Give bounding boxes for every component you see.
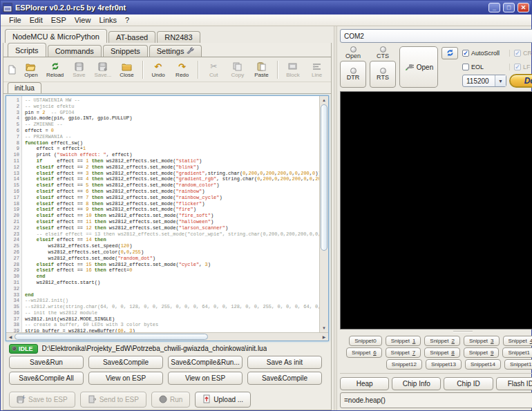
autoscroll-checkbox[interactable]: AutoScroll — [462, 50, 506, 57]
code-line: -- create a buffer, 60 LEDs with 3 color… — [25, 322, 319, 328]
snippet14-button[interactable]: Snippet14 — [465, 359, 501, 370]
snippet12-button[interactable]: Snippet12 — [386, 359, 422, 370]
command-input[interactable] — [341, 393, 532, 408]
send-to-esp-button[interactable]: Send to ESP — [80, 392, 146, 408]
run-button[interactable]: Run — [151, 392, 190, 408]
cts-led-icon — [380, 46, 386, 52]
save-button[interactable]: Save — [68, 61, 91, 78]
subtab-commands[interactable]: Commands — [48, 45, 102, 57]
maximize-button[interactable]: □ — [503, 3, 515, 12]
editor-vertical-scrollbar[interactable]: ▲ ▼ — [319, 96, 328, 332]
editor-horizontal-scrollbar[interactable]: ◀ ▶ — [6, 332, 328, 341]
chevron-down-icon[interactable]: ▼ — [495, 75, 506, 86]
button-label: Save As init — [267, 359, 303, 366]
save-compile-button[interactable]: Save&Compile — [88, 356, 163, 369]
minimize-button[interactable]: _ — [488, 3, 500, 12]
save-run-button[interactable]: Save&Run — [9, 356, 84, 369]
menu-esp[interactable]: ESP — [47, 15, 70, 25]
save-compile-button[interactable]: Save&Compile — [247, 372, 322, 385]
snippet6-button[interactable]: Snippet6 — [346, 347, 382, 358]
code-editor[interactable]: 1234567891011121314151617181920212223242… — [6, 95, 329, 341]
lf-checkbox[interactable]: LF — [509, 64, 532, 70]
close-button[interactable]: Close — [115, 61, 138, 78]
undo-button[interactable]: ↶Undo — [147, 61, 170, 78]
redo-button[interactable]: ↷Redo — [171, 61, 193, 78]
code-line: ws2812_effects.set_speed(120) — [25, 243, 319, 249]
upload-button[interactable]: Upload ... — [195, 392, 251, 408]
serial-open-button[interactable]: Open — [399, 46, 438, 88]
subtab-snippets[interactable]: Snippets — [103, 45, 148, 57]
cts-indicator: CTS — [370, 46, 396, 59]
reload-button[interactable]: Reload — [44, 61, 66, 78]
donate-button[interactable]: Donate — [509, 74, 532, 88]
wrench-icon — [186, 46, 194, 56]
scroll-thumb[interactable] — [321, 104, 327, 251]
subtab-scripts[interactable]: Scripts — [8, 43, 46, 57]
view-on-esp-button[interactable]: View on ESP — [88, 372, 163, 385]
baud-rate-select[interactable]: 115200 ▼ — [462, 75, 506, 87]
snippet4-button[interactable]: Snippet4 — [503, 336, 532, 346]
cr-checkbox[interactable]: CR — [509, 50, 532, 57]
serial-terminal[interactable]: ▲ ▼ — [340, 91, 532, 329]
cut-button[interactable]: ✂Cut — [202, 61, 225, 78]
button-label: Save&Compile All — [19, 374, 73, 382]
code-area[interactable]: -- USTAWIENIA HW ---- wejscie efektupin … — [22, 96, 319, 332]
menu-edit[interactable]: Edit — [26, 15, 47, 25]
snippet2-button[interactable]: Snippet2 — [424, 336, 460, 346]
subtab-settings[interactable]: Settings — [149, 45, 202, 57]
menu-file[interactable]: File — [5, 15, 26, 25]
code-line: end — [25, 274, 319, 280]
file-tab-init-lua[interactable]: init.lua — [8, 82, 41, 93]
tab-at-based[interactable]: AT-based — [108, 31, 155, 43]
view-on-esp-button[interactable]: View on ESP — [168, 372, 243, 385]
toolbar-separator — [142, 61, 143, 79]
eol-checkbox[interactable]: EOL — [462, 64, 506, 70]
dtr-button[interactable]: DTR — [340, 61, 366, 88]
snippet3-button[interactable]: Snippet3 — [464, 336, 500, 346]
chip-info-button[interactable]: Chip Info — [392, 377, 441, 390]
menu-view[interactable]: View — [70, 15, 95, 25]
snippet13-button[interactable]: Snippet13 — [426, 359, 462, 370]
snippet7-button[interactable]: Snippet7 — [386, 347, 421, 358]
tab-nodemcu-micropython[interactable]: NodeMCU & MicroPython — [5, 29, 107, 43]
close-button[interactable]: ✕ — [517, 3, 529, 12]
open-button[interactable]: Open — [20, 61, 43, 78]
save-button[interactable]: Save... — [92, 61, 115, 78]
dtr-led-icon — [350, 68, 357, 74]
line-button[interactable]: Line — [305, 61, 328, 78]
save-as-init-button[interactable]: Save As init — [247, 356, 322, 369]
tab-rn2483[interactable]: RN2483 — [157, 31, 200, 43]
paste-button[interactable]: Paste — [250, 61, 273, 78]
save-to-esp-button[interactable]: Save to ESP — [9, 392, 75, 408]
flash-id-button[interactable]: Flash ID — [496, 377, 532, 390]
menu-item[interactable]: ? — [121, 15, 133, 25]
code-line: print ("switch effect: ", effect) — [25, 152, 319, 158]
rts-button[interactable]: RTS — [370, 61, 396, 88]
save-compile-run-button[interactable]: Save&Compile&Run... — [168, 356, 243, 369]
snippet15-button[interactable]: Snippet15 — [504, 359, 532, 370]
save-compile-all-button[interactable]: Save&Compile All — [9, 372, 84, 385]
code-line: elseif effect == 15 then ws2812_effects.… — [25, 262, 319, 268]
snippet10-button[interactable]: Snippet10 — [502, 347, 532, 358]
scroll-up-arrow[interactable]: ▲ — [320, 96, 328, 104]
snippet8-button[interactable]: Snippet8 — [424, 347, 460, 358]
new-file-button[interactable] — [6, 64, 19, 75]
scroll-right-arrow[interactable]: ▶ — [320, 333, 328, 341]
scroll-down-arrow[interactable]: ▼ — [320, 324, 328, 332]
block-button[interactable]: Block — [282, 61, 305, 78]
heap-button[interactable]: Heap — [340, 377, 389, 390]
scroll-thumb[interactable] — [15, 334, 208, 340]
com-port-select[interactable]: COM2 ▼ — [340, 29, 532, 43]
toolbar-button-label: Line — [312, 72, 322, 78]
refresh-ports-button[interactable] — [441, 47, 458, 59]
baud-rate-value: 115200 — [463, 76, 495, 86]
copy-button[interactable]: Copy — [227, 61, 249, 78]
toolbar-button-label: Redo — [175, 72, 189, 78]
chip-id-button[interactable]: Chip ID — [444, 377, 493, 390]
snippet9-button[interactable]: Snippet9 — [464, 347, 500, 358]
snippet1-button[interactable]: Snippet1 — [386, 336, 421, 346]
status-badge: IDLE — [9, 344, 38, 354]
snippet0-button[interactable]: Snippet0 — [349, 336, 382, 346]
scroll-left-arrow[interactable]: ◀ — [6, 333, 15, 341]
menu-links[interactable]: Links — [95, 15, 121, 25]
